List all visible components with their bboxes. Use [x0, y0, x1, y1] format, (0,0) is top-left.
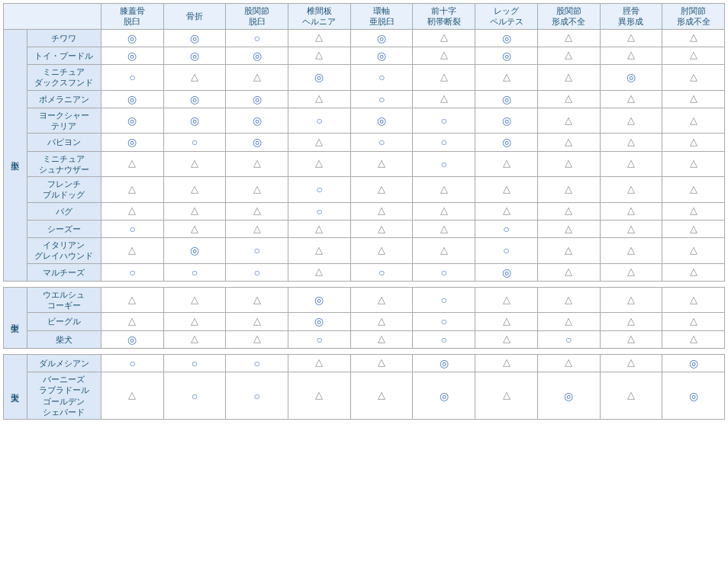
- data-cell: △: [600, 238, 662, 264]
- data-cell: ○: [350, 64, 413, 90]
- data-cell: △: [600, 177, 662, 203]
- data-cell: △: [662, 287, 725, 313]
- data-cell: △: [662, 313, 725, 330]
- separator-cell: [163, 281, 226, 287]
- data-cell: △: [350, 354, 413, 372]
- data-cell: △: [662, 151, 725, 177]
- data-cell: △: [101, 372, 164, 420]
- data-cell: ◎: [475, 134, 538, 151]
- data-cell: ○: [413, 151, 475, 177]
- data-cell: △: [600, 108, 662, 134]
- data-cell: △: [163, 287, 226, 313]
- data-cell: ○: [413, 287, 475, 313]
- data-cell: △: [226, 220, 288, 237]
- data-cell: ◎: [475, 90, 538, 108]
- data-cell: ◎: [226, 134, 288, 151]
- data-cell: ○: [101, 220, 164, 237]
- data-cell: △: [101, 151, 164, 177]
- data-cell: △: [600, 287, 662, 313]
- separator-cell: [288, 348, 351, 354]
- data-cell: △: [600, 202, 662, 220]
- data-cell: △: [662, 134, 725, 151]
- data-cell: △: [537, 263, 600, 281]
- breed-name: ポメラニアン: [27, 90, 101, 108]
- data-cell: ◎: [662, 372, 725, 420]
- data-cell: △: [101, 287, 164, 313]
- data-cell: △: [662, 202, 725, 220]
- data-cell: ◎: [101, 330, 164, 348]
- data-cell: △: [475, 202, 538, 220]
- separator-cell: [413, 348, 475, 354]
- data-cell: △: [600, 372, 662, 420]
- header-row: 膝蓋骨脱臼 骨折 股関節脱臼 椎間板ヘルニア 環軸亜脱臼 前十字靭帯断裂 レッグ…: [4, 4, 725, 30]
- table-row: マルチーズ○○○△○○◎△△△: [4, 263, 725, 281]
- category-cell: 大型犬: [4, 354, 27, 419]
- data-cell: △: [537, 220, 600, 237]
- data-cell: △: [662, 47, 725, 64]
- data-cell: △: [662, 177, 725, 203]
- table-row: パグ△△△○△△△△△△: [4, 202, 725, 220]
- data-cell: △: [600, 151, 662, 177]
- data-cell: △: [163, 313, 226, 330]
- data-cell: ○: [413, 108, 475, 134]
- data-cell: ◎: [163, 108, 226, 134]
- separator-cell: [537, 281, 600, 287]
- data-cell: △: [537, 313, 600, 330]
- data-cell: △: [662, 330, 725, 348]
- table-row: シーズー○△△△△△○△△△: [4, 220, 725, 237]
- separator-cell: [101, 281, 164, 287]
- data-cell: △: [350, 202, 413, 220]
- table-row: ビーグル△△△◎△○△△△△: [4, 313, 725, 330]
- data-cell: △: [537, 287, 600, 313]
- data-cell: △: [662, 263, 725, 281]
- data-cell: △: [288, 90, 351, 108]
- data-cell: △: [662, 220, 725, 237]
- data-cell: ○: [288, 202, 351, 220]
- data-cell: △: [537, 108, 600, 134]
- separator-cell: [662, 348, 725, 354]
- data-cell: △: [288, 29, 351, 47]
- separator-cell: [475, 281, 538, 287]
- breed-name: ミニチュアダックスフンド: [27, 64, 101, 90]
- breed-name: ビーグル: [27, 313, 101, 330]
- data-cell: △: [600, 354, 662, 372]
- data-cell: △: [537, 64, 600, 90]
- data-cell: ◎: [350, 108, 413, 134]
- table-row: ミニチュアシュナウザー△△△△△○△△△△: [4, 151, 725, 177]
- data-cell: ◎: [101, 29, 164, 47]
- data-cell: ◎: [475, 108, 538, 134]
- data-cell: △: [288, 220, 351, 237]
- data-cell: △: [288, 263, 351, 281]
- data-cell: △: [600, 330, 662, 348]
- separator-cell: [413, 281, 475, 287]
- data-cell: △: [662, 238, 725, 264]
- data-cell: △: [413, 64, 475, 90]
- data-cell: ○: [288, 108, 351, 134]
- data-cell: △: [475, 372, 538, 420]
- breed-name: ダルメシアン: [27, 354, 101, 372]
- separator-cell: [600, 348, 662, 354]
- col-header-9: 脛骨異形成: [600, 4, 662, 30]
- data-cell: ◎: [101, 108, 164, 134]
- data-cell: △: [600, 90, 662, 108]
- data-cell: △: [288, 47, 351, 64]
- data-cell: △: [413, 220, 475, 237]
- data-cell: △: [226, 313, 288, 330]
- data-cell: ◎: [475, 29, 538, 47]
- page-wrapper: 膝蓋骨脱臼 骨折 股関節脱臼 椎間板ヘルニア 環軸亜脱臼 前十字靭帯断裂 レッグ…: [0, 0, 728, 423]
- data-cell: △: [537, 90, 600, 108]
- data-cell: ◎: [288, 313, 351, 330]
- breed-name: ミニチュアシュナウザー: [27, 151, 101, 177]
- data-cell: ◎: [413, 354, 475, 372]
- data-cell: ○: [226, 372, 288, 420]
- data-cell: △: [101, 238, 164, 264]
- separator-cell: [600, 281, 662, 287]
- data-cell: ◎: [226, 108, 288, 134]
- table-row: トイ・プードル◎◎◎△◎△◎△△△: [4, 47, 725, 64]
- data-cell: △: [600, 220, 662, 237]
- data-cell: △: [288, 238, 351, 264]
- data-cell: △: [288, 134, 351, 151]
- data-cell: ◎: [537, 372, 600, 420]
- data-cell: △: [226, 287, 288, 313]
- data-cell: ◎: [662, 354, 725, 372]
